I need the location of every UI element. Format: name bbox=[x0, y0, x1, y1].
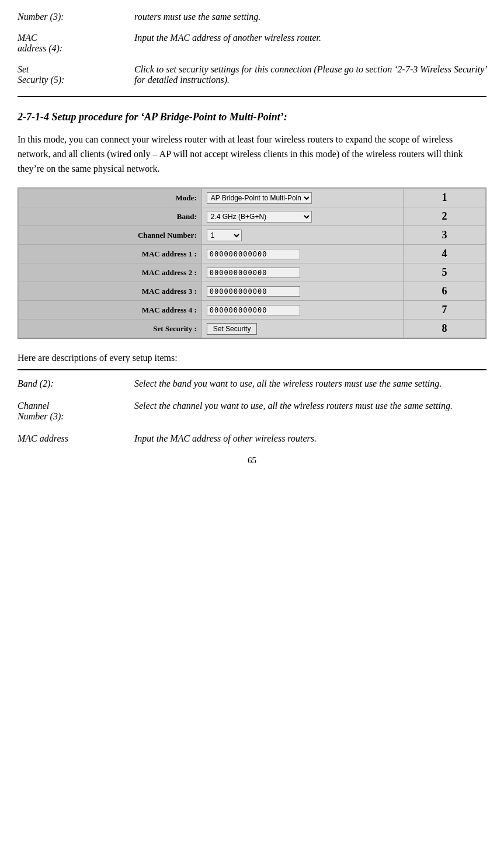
mac2-label: MAC address 2 : bbox=[19, 263, 202, 282]
mac2-input-cell bbox=[201, 263, 403, 282]
desc-term-mac: MAC address bbox=[18, 433, 134, 444]
row-number-3: 3 bbox=[403, 226, 485, 245]
mode-input-cell: AP Bridge-Point to Multi-Point bbox=[201, 189, 403, 207]
set-security-button-cell: Set Security bbox=[201, 320, 403, 338]
mac3-input[interactable] bbox=[207, 286, 300, 297]
row-number-6: 6 bbox=[403, 282, 485, 301]
table-row: MAC address 4 : 7 bbox=[19, 301, 486, 320]
top-divider bbox=[18, 96, 486, 97]
mode-label: Mode: bbox=[19, 189, 202, 207]
def-term-mac-address: MACaddress (4): bbox=[18, 33, 134, 54]
mac4-input-cell bbox=[201, 301, 403, 320]
desc-def-mac: Input the MAC address of other wireless … bbox=[134, 433, 486, 444]
top-definition-section: Number (3): routers must use the same se… bbox=[18, 12, 486, 85]
table-row: Channel Number: 1 3 bbox=[19, 226, 486, 245]
table-row: Set Security : Set Security 8 bbox=[19, 320, 486, 338]
bottom-divider-top bbox=[18, 369, 486, 370]
mac3-input-cell bbox=[201, 282, 403, 301]
mac1-input[interactable] bbox=[207, 249, 300, 259]
def-term-number: Number (3): bbox=[18, 12, 134, 22]
row-number-2: 2 bbox=[403, 207, 485, 226]
desc-row-mac: MAC address Input the MAC address of oth… bbox=[18, 433, 486, 444]
body-paragraph: In this mode, you can connect your wirel… bbox=[18, 133, 486, 176]
bottom-description-section: Here are descriptions of every setup ite… bbox=[18, 353, 486, 444]
row-number-5: 5 bbox=[403, 263, 485, 282]
row-number-1: 1 bbox=[403, 189, 485, 207]
mac1-label: MAC address 1 : bbox=[19, 245, 202, 263]
ui-form-wrapper: Mode: AP Bridge-Point to Multi-Point 1 B… bbox=[18, 188, 486, 339]
channel-select[interactable]: 1 bbox=[207, 230, 242, 241]
row-number-8: 8 bbox=[403, 320, 485, 338]
desc-def-band: Select the band you want to use, all the… bbox=[134, 379, 486, 389]
desc-def-channel: Select the channel you want to use, all … bbox=[134, 401, 486, 411]
channel-input-cell: 1 bbox=[201, 226, 403, 245]
band-select[interactable]: 2.4 GHz (B+G+N) bbox=[207, 211, 312, 223]
desc-term-band: Band (2): bbox=[18, 379, 134, 389]
row-number-4: 4 bbox=[403, 245, 485, 263]
page-number: 65 bbox=[18, 456, 486, 466]
desc-intro: Here are descriptions of every setup ite… bbox=[18, 353, 486, 363]
def-desc-mac-address: Input the MAC address of another wireles… bbox=[134, 33, 486, 43]
table-row: MAC address 2 : 5 bbox=[19, 263, 486, 282]
mode-select[interactable]: AP Bridge-Point to Multi-Point bbox=[207, 192, 312, 204]
ui-form-table: Mode: AP Bridge-Point to Multi-Point 1 B… bbox=[18, 188, 486, 338]
def-desc-set-security: Click to set security settings for this … bbox=[134, 64, 486, 85]
desc-row-band: Band (2): Select the band you want to us… bbox=[18, 379, 486, 389]
mac3-label: MAC address 3 : bbox=[19, 282, 202, 301]
section-heading: 2-7-1-4 Setup procedure for ‘AP Bridge-P… bbox=[18, 111, 486, 123]
def-row-set-security: SetSecurity (5): Click to set security s… bbox=[18, 64, 486, 85]
set-security-button[interactable]: Set Security bbox=[207, 323, 258, 335]
def-term-set-security: SetSecurity (5): bbox=[18, 64, 134, 85]
band-input-cell: 2.4 GHz (B+G+N) bbox=[201, 207, 403, 226]
table-row: Band: 2.4 GHz (B+G+N) 2 bbox=[19, 207, 486, 226]
set-security-label: Set Security : bbox=[19, 320, 202, 338]
row-number-7: 7 bbox=[403, 301, 485, 320]
def-row-number: Number (3): routers must use the same se… bbox=[18, 12, 486, 22]
desc-term-channel: ChannelNumber (3): bbox=[18, 401, 134, 422]
mac4-input[interactable] bbox=[207, 305, 300, 315]
table-row: Mode: AP Bridge-Point to Multi-Point 1 bbox=[19, 189, 486, 207]
def-desc-number: routers must use the same setting. bbox=[134, 12, 486, 22]
table-row: MAC address 3 : 6 bbox=[19, 282, 486, 301]
band-label: Band: bbox=[19, 207, 202, 226]
def-row-mac-address: MACaddress (4): Input the MAC address of… bbox=[18, 33, 486, 54]
content-area: Number (3): routers must use the same se… bbox=[18, 12, 486, 466]
mac4-label: MAC address 4 : bbox=[19, 301, 202, 320]
mac1-input-cell bbox=[201, 245, 403, 263]
table-row: MAC address 1 : 4 bbox=[19, 245, 486, 263]
desc-row-channel: ChannelNumber (3): Select the channel yo… bbox=[18, 401, 486, 422]
mac2-input[interactable] bbox=[207, 268, 300, 278]
channel-label: Channel Number: bbox=[19, 226, 202, 245]
